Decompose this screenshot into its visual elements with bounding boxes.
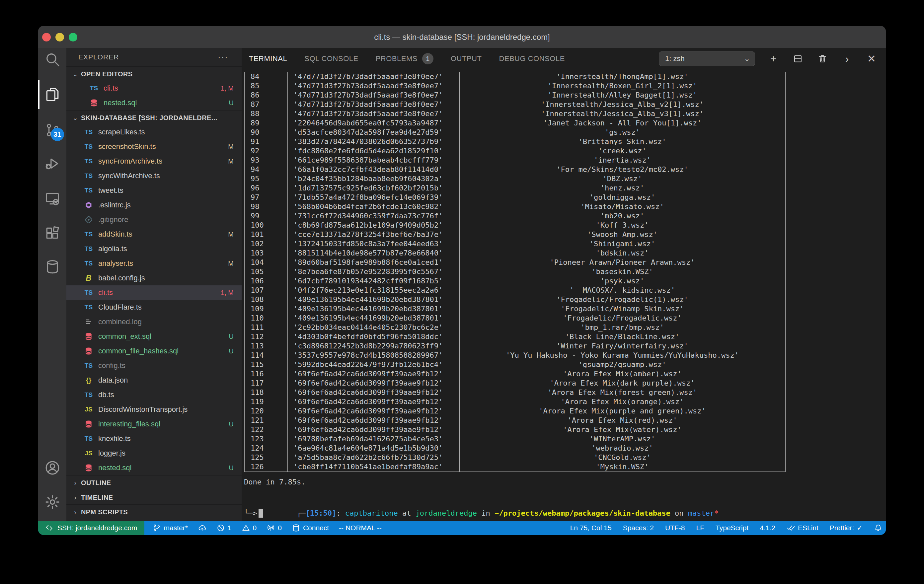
chevron-right-icon: › bbox=[71, 490, 80, 504]
row-line-number: 113 bbox=[244, 341, 288, 351]
file-item-common-file-hashes.sql[interactable]: common_file_hashes.sqlU bbox=[66, 344, 242, 358]
source-control-icon[interactable]: 31 bbox=[44, 122, 61, 139]
row-skin-filename: 'Pioneer Arawn/Pioneer Arawn.wsz' bbox=[460, 258, 785, 267]
row-skin-filename: 'Arora Efex Mix(dark purple).wsz' bbox=[460, 379, 785, 388]
row-skin-filename: 'For me/Skins/testo2/mc02.wsz' bbox=[460, 165, 785, 174]
section-label: OPEN EDITORS bbox=[81, 70, 133, 78]
file-item-.gitignore[interactable]: .gitignore bbox=[66, 212, 242, 227]
prompt-hostname: jordaneldredge bbox=[416, 509, 477, 517]
status-item-ln-75-col-15[interactable]: Ln 75, Col 15 bbox=[570, 524, 612, 532]
file-item-config.ts[interactable]: TSconfig.ts bbox=[66, 358, 242, 373]
status-item-4-1-2[interactable]: 4.1.2 bbox=[760, 524, 776, 532]
file-item-combined.log[interactable]: combined.log bbox=[66, 315, 242, 329]
file-item-nested.sql[interactable]: nested.sqlU bbox=[66, 96, 242, 110]
files-icon[interactable] bbox=[44, 86, 61, 103]
panel-tab-debug-console[interactable]: DEBUG CONSOLE bbox=[499, 54, 564, 63]
section-label: NPM SCRIPTS bbox=[81, 508, 128, 516]
panel-tab-sql-console[interactable]: SQL CONSOLE bbox=[304, 54, 358, 63]
terminal-table-row: 101'cce7e13371a278f3254f3bef6e7ba37e''Sw… bbox=[244, 230, 785, 239]
status-item-1[interactable]: 1 bbox=[216, 524, 232, 532]
file-item-syncFromArchive.ts[interactable]: TSsyncFromArchive.tsM bbox=[66, 154, 242, 168]
status-item-bell-icon[interactable] bbox=[874, 524, 883, 532]
file-item-analyser.ts[interactable]: TSanalyser.tsM bbox=[66, 256, 242, 271]
titlebar[interactable]: cli.ts — skin-database [SSH: jordaneldre… bbox=[38, 26, 886, 48]
file-item-scrapeLikes.ts[interactable]: TSscrapeLikes.ts bbox=[66, 125, 242, 139]
status-item-eslint[interactable]: ESLint bbox=[787, 524, 818, 532]
kill-terminal-icon[interactable] bbox=[817, 53, 828, 64]
status-item-normal[interactable]: -- NORMAL -- bbox=[339, 524, 382, 532]
status-item-prettier[interactable]: Prettier:✓ bbox=[830, 524, 863, 532]
split-terminal-icon[interactable] bbox=[792, 53, 804, 64]
section-outline[interactable]: ›OUTLINE bbox=[66, 475, 242, 490]
file-item-common-ext.sql[interactable]: common_ext.sqlU bbox=[66, 329, 242, 344]
search-icon[interactable] bbox=[44, 51, 61, 68]
file-item-data.json[interactable]: {}data.json bbox=[66, 373, 242, 388]
row-skin-filename: 'Innerstealth/Alley_Bagget[1].wsz' bbox=[460, 91, 785, 100]
remote-indicator[interactable]: SSH: jordaneldredge.com bbox=[38, 521, 144, 535]
file-item-.eslintrc.js[interactable]: .eslintrc.js bbox=[66, 198, 242, 212]
status-item-cloud-upload-icon[interactable] bbox=[198, 524, 206, 532]
new-terminal-icon[interactable]: + bbox=[768, 53, 779, 64]
panel-tab-output[interactable]: OUTPUT bbox=[451, 54, 482, 63]
workbench-body: 31 EXPLORER ··· ⌄OPEN EDITORSTScli.ts1, … bbox=[38, 48, 886, 521]
settings-gear-icon[interactable] bbox=[44, 494, 61, 510]
terminal-table-row: 113'c3d8968122452b3d8b2299a780623ff9''Wi… bbox=[244, 341, 785, 351]
status-bar: SSH: jordaneldredge.com master*100Connec… bbox=[38, 521, 886, 535]
panel-tab-problems[interactable]: PROBLEMS1 bbox=[376, 53, 434, 64]
chevron-right-icon[interactable]: › bbox=[842, 53, 853, 64]
row-line-number: 110 bbox=[244, 313, 288, 323]
run-debug-icon[interactable] bbox=[44, 155, 61, 172]
status-label: Ln 75, Col 15 bbox=[570, 524, 612, 532]
file-item-nested.sql[interactable]: nested.sqlU bbox=[66, 460, 242, 475]
file-item-babel.config.js[interactable]: Bbabel.config.js bbox=[66, 271, 242, 285]
row-skin-filename: 'mb20.wsz' bbox=[460, 211, 785, 221]
file-item-tweet.ts[interactable]: TStweet.ts bbox=[66, 183, 242, 198]
file-item-logger.js[interactable]: JSlogger.js bbox=[66, 446, 242, 460]
section-open-editors[interactable]: ⌄OPEN EDITORS bbox=[66, 66, 242, 81]
close-panel-icon[interactable]: ✕ bbox=[866, 53, 877, 64]
panel-tab-terminal[interactable]: TERMINAL bbox=[249, 54, 287, 63]
status-item-master[interactable]: master* bbox=[152, 524, 188, 532]
row-file-hash: '8e7bea6fe87b057e952283995f0c5567' bbox=[288, 267, 460, 276]
status-item-spaces-2[interactable]: Spaces: 2 bbox=[623, 524, 654, 532]
file-item-screenshotSkin.ts[interactable]: TSscreenshotSkin.tsM bbox=[66, 139, 242, 154]
row-file-hash: '4d303b0f4befdfd0bfd5f96fa5018ddc' bbox=[288, 332, 460, 341]
section-timeline[interactable]: ›TIMELINE bbox=[66, 490, 242, 504]
section-workspace-root[interactable]: ⌄SKIN-DATABASE [SSH: JORDANELDRE... bbox=[66, 110, 242, 125]
terminal-view[interactable]: 84'47d771d3f27b73dadf5aaadf3e8f0ee7''Inn… bbox=[244, 70, 886, 521]
file-item-addSkin.ts[interactable]: TSaddSkin.tsM bbox=[66, 227, 242, 242]
file-item-db.ts[interactable]: TSdb.ts bbox=[66, 388, 242, 402]
account-icon[interactable] bbox=[44, 460, 61, 476]
row-file-hash: '69f6ef6ad42ca6dd3099ff39aae9fb12' bbox=[288, 388, 460, 397]
remote-explorer-icon[interactable] bbox=[44, 190, 61, 207]
file-item-algolia.ts[interactable]: TSalgolia.ts bbox=[66, 242, 242, 256]
file-name: common_ext.sql bbox=[98, 329, 151, 344]
file-item-interesting-files.sql[interactable]: interesting_files.sqlU bbox=[66, 417, 242, 431]
database-icon[interactable] bbox=[44, 259, 61, 275]
file-item-cli.ts[interactable]: TScli.ts1, M bbox=[66, 285, 242, 300]
terminal-shell-select[interactable]: 1: zsh ⌄ bbox=[659, 51, 755, 66]
file-item-DiscordWinstonTransport.js[interactable]: JSDiscordWinstonTransport.js bbox=[66, 402, 242, 417]
section-npm-scripts[interactable]: ›NPM SCRIPTS bbox=[66, 504, 242, 519]
file-item-CloudFlare.ts[interactable]: TSCloudFlare.ts bbox=[66, 300, 242, 315]
sidebar-more-actions-icon[interactable]: ··· bbox=[218, 48, 228, 66]
row-file-hash: '69f6ef6ad42ca6dd3099ff39aae9fb12' bbox=[288, 416, 460, 425]
row-line-number: 102 bbox=[244, 239, 288, 249]
status-item-typescript[interactable]: TypeScript bbox=[716, 524, 748, 532]
extensions-icon[interactable] bbox=[44, 225, 61, 242]
file-item-cli.ts[interactable]: TScli.ts1, M bbox=[66, 81, 242, 96]
active-view-indicator bbox=[38, 80, 40, 109]
typescript-file-icon: TS bbox=[83, 256, 94, 271]
row-line-number: 100 bbox=[244, 221, 288, 230]
file-item-syncWithArchive.ts[interactable]: TSsyncWithArchive.ts bbox=[66, 168, 242, 183]
row-skin-filename: 'Koff_3.wsz' bbox=[460, 221, 785, 230]
status-item-utf-8[interactable]: UTF-8 bbox=[665, 524, 685, 532]
status-item-0[interactable]: 0 bbox=[242, 524, 257, 532]
status-item-0[interactable]: 0 bbox=[267, 524, 282, 532]
status-item-connect[interactable]: Connect bbox=[292, 524, 329, 532]
row-file-hash: 'cce7e13371a278f3254f3bef6e7ba37e' bbox=[288, 230, 460, 239]
status-item-lf[interactable]: LF bbox=[696, 524, 705, 532]
typescript-file-icon: TS bbox=[83, 183, 94, 198]
status-label: Prettier: bbox=[830, 524, 854, 532]
file-item-knexfile.ts[interactable]: TSknexfile.ts bbox=[66, 431, 242, 446]
